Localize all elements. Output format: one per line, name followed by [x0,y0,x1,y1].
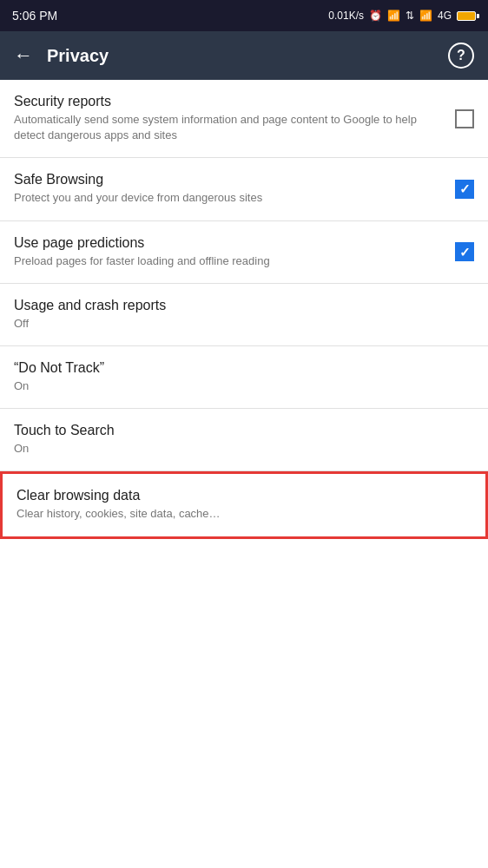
settings-item-do-not-track-title: “Do Not Track” [14,360,460,376]
settings-item-touch-search-subtitle: On [14,441,460,457]
settings-item-page-predictions[interactable]: Use page predictions Preload pages for f… [0,221,488,284]
settings-item-usage-crash[interactable]: Usage and crash reports Off [0,284,488,346]
network-label: 4G [438,10,452,22]
status-bar: 5:06 PM 0.01K/s ⏰ 📶 ⇅ 📶 4G [0,0,488,31]
status-right: 0.01K/s ⏰ 📶 ⇅ 📶 4G [328,10,476,22]
settings-item-security-reports-subtitle: Automatically send some system informati… [14,112,441,143]
toolbar-left: ← Privacy [14,44,109,67]
checkmark-safe-browsing: ✓ [459,182,471,195]
battery-icon [457,11,476,21]
page-title: Privacy [47,46,109,66]
settings-item-page-predictions-subtitle: Preload pages for faster loading and off… [14,253,441,269]
arrows-icon: ⇅ [406,10,414,22]
clock-icon: ⏰ [369,10,382,22]
settings-item-do-not-track[interactable]: “Do Not Track” On [0,346,488,409]
settings-item-touch-search-title: Touch to Search [14,423,460,438]
settings-item-usage-crash-text: Usage and crash reports Off [14,298,474,332]
settings-item-touch-search-text: Touch to Search On [14,423,474,457]
settings-item-clear-browsing-data-text: Clear browsing data Clear history, cooki… [16,488,472,522]
settings-item-clear-browsing-data-subtitle: Clear history, cookies, site data, cache… [16,506,458,522]
help-button[interactable]: ? [448,43,474,69]
status-speed: 0.01K/s [328,10,364,22]
settings-item-safe-browsing-text: Safe Browsing Protect you and your devic… [14,172,455,206]
checkmark-page-predictions: ✓ [459,246,471,259]
signal-icon: 📶 [387,10,400,22]
settings-item-security-reports[interactable]: Security reports Automatically send some… [0,80,488,158]
toolbar: ← Privacy ? [0,31,488,80]
settings-item-security-reports-text: Security reports Automatically send some… [14,94,455,143]
settings-item-security-reports-title: Security reports [14,94,441,109]
checkbox-page-predictions[interactable]: ✓ [455,242,474,261]
back-button[interactable]: ← [14,44,33,67]
settings-item-usage-crash-subtitle: Off [14,316,460,332]
settings-item-touch-search[interactable]: Touch to Search On [0,409,488,471]
settings-content: Security reports Automatically send some… [0,80,488,539]
settings-item-safe-browsing-title: Safe Browsing [14,172,441,187]
signal-icon-2: 📶 [419,10,432,22]
settings-item-do-not-track-subtitle: On [14,378,460,394]
settings-item-clear-browsing-data-title: Clear browsing data [16,488,458,503]
settings-item-safe-browsing-subtitle: Protect you and your device from dangero… [14,190,441,206]
checkbox-security-reports[interactable] [455,109,474,128]
settings-item-usage-crash-title: Usage and crash reports [14,298,460,313]
settings-item-do-not-track-text: “Do Not Track” On [14,360,474,394]
checkbox-safe-browsing[interactable]: ✓ [455,180,474,199]
settings-item-page-predictions-title: Use page predictions [14,235,441,251]
settings-item-page-predictions-text: Use page predictions Preload pages for f… [14,235,455,269]
settings-item-safe-browsing[interactable]: Safe Browsing Protect you and your devic… [0,158,488,220]
settings-item-clear-browsing-data[interactable]: Clear browsing data Clear history, cooki… [0,471,488,538]
status-time: 5:06 PM [12,9,57,23]
